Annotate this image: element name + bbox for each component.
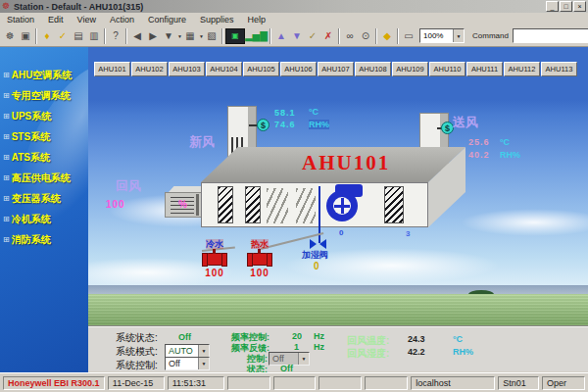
tree-expand-icon[interactable]: ⊞ — [3, 194, 10, 203]
menu-station[interactable]: Station — [0, 15, 41, 24]
aux-indicator-value: 3 — [406, 229, 410, 238]
sidebar-item-transformer[interactable]: ⊞ 变压器系统 — [0, 188, 88, 209]
tree-expand-icon[interactable]: ⊞ — [3, 132, 10, 141]
trend-icon[interactable]: ▂▅▇ — [245, 27, 268, 44]
chevron-down-icon[interactable]: ▼ — [198, 358, 209, 369]
alarm-events-icon[interactable]: ▥ — [86, 27, 102, 44]
brand-label: Honeywell EBI R300.1 — [3, 376, 105, 390]
station-icon[interactable]: ☸ — [2, 27, 18, 44]
humidifier-valve-icon[interactable] — [310, 239, 326, 249]
filter-section — [384, 186, 404, 223]
system-status-icon[interactable]: ▣ — [225, 28, 245, 44]
tree-expand-icon[interactable]: ⊞ — [3, 215, 10, 223]
sidebar-item-ats[interactable]: ⊞ ATS系统 — [0, 147, 88, 168]
raise-icon[interactable]: ▲ — [273, 27, 289, 44]
chevron-down-icon[interactable]: ▼ — [198, 345, 209, 357]
toolbar: ☸ ▣ ♦ ✓ ▤ ▥ ? ◀ ▶ ▼ ▼ ▦ ▼ ▧ ▣ ▂▅▇ ▲ ▼ ✓ … — [0, 25, 588, 47]
reject-icon[interactable]: ✗ — [320, 27, 336, 44]
toolbar-separator — [375, 28, 377, 44]
favorites-icon[interactable]: ◆ — [379, 27, 395, 44]
chevron-down-icon[interactable]: ▼ — [453, 29, 464, 42]
sidebar-item-label: 高压供电系统 — [12, 172, 71, 185]
search-icon[interactable]: ∞ — [342, 27, 358, 44]
sidebar-item-fire[interactable]: ⊞ 消防系统 — [0, 229, 88, 250]
sidebar-item-hv-power[interactable]: ⊞ 高压供电系统 — [0, 168, 88, 188]
sidebar-item-label: 变压器系统 — [12, 192, 61, 206]
menu-configure[interactable]: Configure — [141, 15, 193, 24]
sidebar-item-ups[interactable]: ⊞ UPS系统 — [0, 106, 88, 126]
maximize-button[interactable]: □ — [560, 1, 572, 12]
page-export-icon[interactable]: ▧ — [204, 27, 220, 44]
valve-icon[interactable] — [206, 253, 223, 266]
tab-ahu110[interactable]: AHU110 — [429, 62, 466, 76]
return-rh-label: 回风湿度: — [347, 347, 389, 361]
title-bar: ☸ Station - Default - AHU101(315) _ □ × — [0, 0, 588, 13]
sidebar-item-special-ac[interactable]: ⊞ 专用空调系统 — [0, 85, 88, 106]
menu-view[interactable]: View — [71, 15, 103, 24]
system-mode-value: AUTO — [169, 346, 193, 356]
menu-action[interactable]: Action — [103, 15, 141, 24]
supply-temp-value: 25.6 — [468, 137, 490, 147]
tab-ahu104[interactable]: AHU104 — [206, 62, 242, 76]
menu-edit[interactable]: Edit — [41, 15, 71, 24]
command-combo[interactable]: ▼ — [513, 28, 588, 43]
close-button[interactable]: × — [573, 1, 586, 12]
tree-expand-icon[interactable]: ⊞ — [3, 71, 10, 79]
tab-ahu109[interactable]: AHU109 — [392, 62, 428, 76]
supply-fan-icon[interactable] — [326, 190, 358, 221]
tab-ahu105[interactable]: AHU105 — [243, 62, 279, 76]
tree-expand-icon[interactable]: ⊞ — [3, 91, 10, 100]
chilled-water-valve[interactable]: 冷水 100 — [198, 233, 231, 278]
freq-feedback-value: 1 — [294, 342, 299, 352]
tab-ahu112[interactable]: AHU112 — [504, 62, 540, 76]
tree-expand-icon[interactable]: ⊞ — [3, 112, 10, 121]
valve-icon[interactable] — [251, 253, 269, 266]
tree-expand-icon[interactable]: ⊞ — [3, 153, 10, 162]
print-icon[interactable]: ▦ — [182, 27, 198, 44]
system-status-label: 系统状态: — [116, 331, 158, 345]
display-icon[interactable]: ▣ — [18, 27, 33, 44]
hot-water-valve[interactable]: 热水 100 — [243, 233, 276, 278]
zoom-icon[interactable]: ⊙ — [358, 27, 373, 44]
grille-divider — [196, 194, 199, 216]
page-forward-icon[interactable]: ▶ — [145, 27, 161, 44]
command-input[interactable] — [514, 30, 588, 41]
sidebar-item-chiller[interactable]: ⊞ 冷机系统 — [0, 209, 88, 229]
system-mode-dropdown[interactable]: AUTO ▼ — [165, 344, 210, 358]
tab-ahu108[interactable]: AHU108 — [355, 62, 391, 76]
menu-supplies[interactable]: Supplies — [193, 15, 241, 24]
toolbar-separator — [125, 28, 127, 44]
lower-icon[interactable]: ▼ — [289, 27, 305, 44]
alarm-summary-icon[interactable]: ▤ — [71, 27, 86, 44]
menu-help[interactable]: Help — [240, 15, 272, 24]
page-recall-icon[interactable]: ▼ — [161, 27, 176, 44]
station-window: ☸ Station - Default - AHU101(315) _ □ × … — [0, 0, 588, 392]
tab-ahu111[interactable]: AHU111 — [466, 62, 503, 76]
tree-expand-icon[interactable]: ⊞ — [3, 173, 10, 182]
tab-ahu103[interactable]: AHU103 — [169, 62, 205, 76]
tab-ahu107[interactable]: AHU107 — [318, 62, 354, 76]
help-page-icon[interactable]: ? — [108, 27, 123, 44]
tab-ahu106[interactable]: AHU106 — [280, 62, 317, 76]
sidebar-item-ahu[interactable]: ⊞ AHU空调系统 — [0, 65, 88, 85]
alarm-ack-icon[interactable]: ✓ — [55, 27, 71, 44]
system-control-value: Off — [169, 359, 180, 368]
tab-ahu113[interactable]: AHU113 — [541, 62, 577, 76]
return-temp-value: 24.3 — [408, 334, 425, 344]
alarm-bell-icon[interactable]: ♦ — [39, 27, 55, 44]
tree-expand-icon[interactable]: ⊞ — [3, 235, 10, 244]
pan-icon[interactable]: ▭ — [401, 27, 416, 44]
tab-ahu102[interactable]: AHU102 — [131, 62, 168, 76]
chevron-down-icon[interactable]: ▼ — [298, 353, 309, 365]
minimize-button[interactable]: _ — [546, 1, 559, 12]
host-field: localhost — [411, 376, 495, 390]
zoom-combo[interactable]: 100% ▼ — [419, 28, 465, 43]
toolbar-separator — [397, 28, 399, 44]
fresh-air-temp-unit: °C — [309, 107, 318, 117]
sidebar-item-sts[interactable]: ⊞ STS系统 — [0, 126, 88, 147]
tab-ahu101[interactable]: AHU101 — [94, 62, 130, 76]
page-back-icon[interactable]: ◀ — [129, 27, 145, 44]
fresh-air-sensor-icon[interactable]: $ — [257, 119, 270, 131]
accept-icon[interactable]: ✓ — [305, 27, 320, 44]
system-control-dropdown[interactable]: Off ▼ — [165, 357, 210, 370]
